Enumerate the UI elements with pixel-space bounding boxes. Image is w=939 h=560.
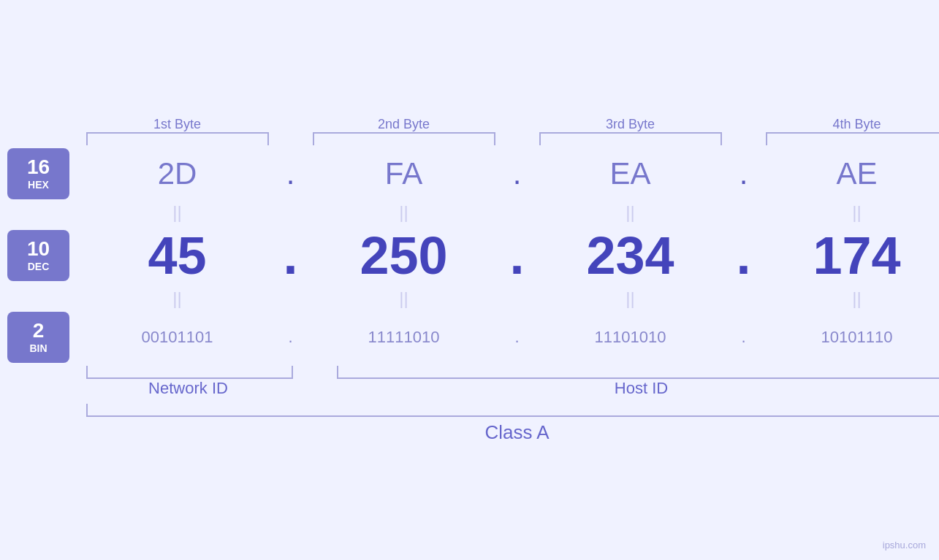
host-id-label: Host ID [615,379,668,398]
dec-byte-3: 234 [586,226,674,285]
dot-dec-1: . [283,226,297,285]
dec-badge: 10 DEC [7,230,69,281]
dot-bin-3: . [741,328,745,347]
dot-hex-2: . [513,156,522,191]
dot-hex-1: . [286,156,295,191]
bracket-bottom-host-mid1 [512,366,555,379]
dec-byte-1: 45 [148,226,206,285]
equals-2-3: || [626,288,634,309]
dot-bin-1: . [288,328,292,347]
bracket-bottom-network [86,366,293,379]
dot-hex-3: . [740,156,748,191]
equals-1-3: || [626,202,634,223]
equals-1-1: || [172,202,181,223]
hex-badge: 16 HEX [7,148,69,199]
dec-byte-4: 174 [813,226,900,285]
equals-2-1: || [172,288,181,309]
network-id-label: Network ID [148,379,228,398]
bracket-top-3 [539,132,722,145]
byte-header-3: 3rd Byte [606,117,655,132]
hex-byte-1: 2D [158,156,197,191]
bracket-bottom-host-mid2 [555,366,729,379]
bracket-top-1 [86,132,269,145]
dot-bin-2: . [514,328,519,347]
byte-header-1: 1st Byte [153,117,201,132]
bracket-bottom-host-mid3 [729,366,773,379]
bin-byte-4: 10101110 [821,328,893,347]
equals-1-2: || [399,202,408,223]
hex-byte-4: AE [836,156,877,191]
dot-dec-2: . [509,226,524,285]
watermark: ipshu.com [883,540,926,551]
bin-byte-2: 11111010 [368,328,440,347]
hex-byte-3: EA [609,156,650,191]
dec-byte-2: 250 [360,226,447,285]
byte-header-4: 4th Byte [832,117,881,132]
class-label: Class A [484,421,549,444]
bracket-bottom-host-left [337,366,512,379]
bin-byte-3: 11101010 [595,328,666,347]
bracket-bottom-host-right [773,366,939,379]
hex-byte-2: FA [385,156,422,191]
bin-badge: 2 BIN [7,312,69,363]
equals-1-4: || [852,202,861,223]
dot-dec-3: . [736,226,750,285]
bin-byte-1: 00101101 [142,328,213,347]
bracket-top-4 [766,132,940,145]
class-bracket [86,404,940,417]
bracket-top-2 [313,132,495,145]
equals-2-4: || [852,288,861,309]
byte-header-2: 2nd Byte [378,117,430,132]
equals-2-2: || [399,288,408,309]
